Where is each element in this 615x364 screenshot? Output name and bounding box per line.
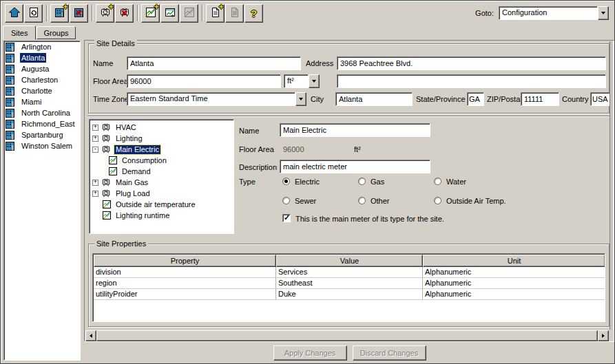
meter-icon <box>101 144 111 154</box>
site-name-input[interactable] <box>127 56 301 70</box>
main-meter-checkbox[interactable] <box>282 214 291 222</box>
time-zone-combobox[interactable]: Eastern Standard Time <box>127 92 306 106</box>
tab-sites[interactable]: Sites <box>3 25 36 40</box>
table-row[interactable]: region Southeast Alphanumeric <box>94 278 604 289</box>
chart-disabled-button <box>180 4 198 23</box>
chart-icon <box>109 156 117 164</box>
site-name: Augusta <box>20 64 50 74</box>
help-button[interactable]: ? <box>244 4 263 23</box>
tree-item-lighting[interactable]: + Lighting <box>92 133 233 144</box>
radio-water[interactable] <box>434 178 441 185</box>
site-list-item[interactable]: Arlington <box>4 41 80 52</box>
goto-area: Goto: Configuration <box>475 6 612 20</box>
tree-item-main-gas[interactable]: + Main Gas <box>92 177 233 188</box>
footer-bar: Apply Changes Discard Changes <box>2 343 614 363</box>
meter-floor-area-unit: ft² <box>354 144 361 154</box>
plus-badge-icon: + <box>218 3 224 10</box>
table-header-row: Property Value Unit <box>94 255 604 267</box>
address-input[interactable] <box>337 56 606 70</box>
column-header-unit[interactable]: Unit <box>423 255 605 267</box>
add-meter-button[interactable]: + <box>96 4 114 23</box>
tree-item-main-electric[interactable]: - Main Electric <box>92 144 233 155</box>
horizontal-scrollbar-thumb[interactable] <box>96 330 598 341</box>
site-list-item[interactable]: Charleston <box>4 74 80 85</box>
floor-area-unit-dropdown-button[interactable] <box>309 74 320 88</box>
tree-item-consumption[interactable]: Consumption <box>92 155 233 166</box>
meter-icon <box>101 178 111 187</box>
tree-item-label: Demand <box>120 167 153 177</box>
site-list-item[interactable]: Atlanta <box>4 52 80 63</box>
refresh-button[interactable] <box>24 4 43 23</box>
meter-name-input[interactable] <box>280 123 430 137</box>
expand-icon[interactable]: + <box>92 136 98 142</box>
site-list-item[interactable]: Charlotte <box>4 85 80 96</box>
radio-other[interactable] <box>358 197 366 204</box>
delete-meter-button[interactable]: × <box>115 4 134 23</box>
toolbar-separator <box>202 5 203 21</box>
tab-groups[interactable]: Groups <box>37 26 75 39</box>
vertical-scrollbar[interactable] <box>609 41 614 330</box>
city-input[interactable] <box>335 92 413 106</box>
tree-item-outside-air-temperature[interactable]: Outside air temperature <box>92 199 233 210</box>
table-row[interactable]: division Services Alphanumeric <box>94 267 604 278</box>
zip-postal-input[interactable] <box>521 92 559 106</box>
site-name: Miami <box>20 97 43 107</box>
tree-item-lighting-runtime[interactable]: Lighting runtime <box>92 210 233 221</box>
table-row[interactable]: utilityProider Duke Alphanumeric <box>94 289 604 300</box>
meter-floor-area-label: Floor Area <box>239 144 274 154</box>
description-input[interactable] <box>280 160 430 173</box>
toolbar: + × + × + + <box>2 2 614 24</box>
tree-item-label: Plug Load <box>114 189 152 199</box>
collapse-icon[interactable]: - <box>92 147 98 153</box>
home-button[interactable] <box>5 4 23 23</box>
property-cell: division <box>94 267 276 278</box>
property-cell: utilityProider <box>94 289 276 300</box>
discard-changes-button[interactable]: Discard Changes <box>353 345 426 361</box>
radio-sewer[interactable] <box>282 197 290 204</box>
site-list-item[interactable]: North Carolina <box>4 107 80 118</box>
site-list-item[interactable]: Spartanburg <box>4 129 80 140</box>
state-province-input[interactable] <box>467 92 484 106</box>
horizontal-scrollbar[interactable] <box>85 330 609 341</box>
add-document-button[interactable]: + <box>206 4 225 23</box>
city-label: City <box>311 94 324 104</box>
expand-icon[interactable]: + <box>92 180 98 186</box>
site-name: Charleston <box>20 75 59 85</box>
time-zone-dropdown-button[interactable] <box>295 92 306 106</box>
tree-item-demand[interactable]: Demand <box>92 166 233 177</box>
radio-sewer-label: Sewer <box>295 196 316 206</box>
refresh-icon <box>28 6 40 20</box>
goto-combobox[interactable]: Configuration <box>499 6 609 20</box>
floor-area-input[interactable] <box>127 74 281 88</box>
radio-electric[interactable] <box>282 178 290 185</box>
address2-input[interactable] <box>337 74 606 88</box>
apply-changes-button[interactable]: Apply Changes <box>273 345 347 361</box>
site-list-item[interactable]: Augusta <box>4 63 80 74</box>
delete-site-button[interactable]: × <box>70 4 88 23</box>
tree-item-label: Main Electric <box>114 144 161 155</box>
radio-gas[interactable] <box>358 178 366 185</box>
expand-icon[interactable]: + <box>92 125 98 131</box>
floor-area-unit-combobox[interactable]: ft² <box>284 74 320 88</box>
add-site-button[interactable]: + <box>50 4 69 23</box>
building-icon <box>6 141 14 151</box>
chart-disabled-icon <box>184 7 195 19</box>
chart-window-button[interactable] <box>160 4 179 23</box>
tree-item-hvac[interactable]: + HVAC <box>92 122 233 133</box>
goto-combobox-dropdown-button[interactable] <box>598 6 609 20</box>
radio-outside-air-temp[interactable] <box>434 197 441 204</box>
time-zone-label: Time Zone <box>93 94 129 104</box>
column-header-value[interactable]: Value <box>276 255 423 267</box>
property-cell: region <box>94 278 276 289</box>
value-cell: Duke <box>276 289 423 300</box>
site-list-item[interactable]: Miami <box>4 96 80 107</box>
scroll-right-button[interactable] <box>598 330 609 341</box>
column-header-property[interactable]: Property <box>94 255 276 267</box>
building-icon <box>6 130 14 140</box>
add-chart-button[interactable]: + <box>141 4 160 23</box>
site-list-item[interactable]: Winston Salem <box>4 140 80 151</box>
site-list-item[interactable]: Richmond_East <box>4 118 80 129</box>
scroll-left-button[interactable] <box>85 330 96 341</box>
expand-icon[interactable]: + <box>92 191 98 197</box>
tree-item-plug-load[interactable]: + Plug Load <box>92 188 233 199</box>
